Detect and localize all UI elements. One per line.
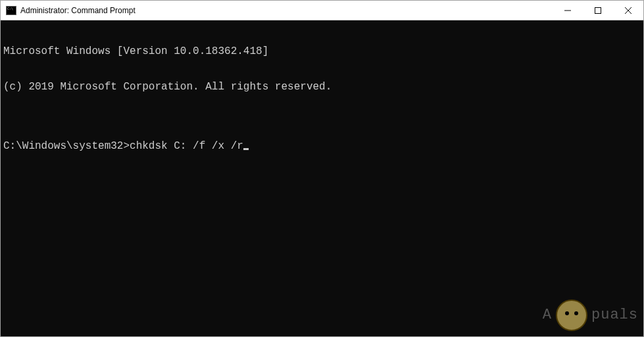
window-title: Administrator: Command Prompt [20, 6, 553, 15]
command-prompt-window: Administrator: Command Prompt Microsoft … [0, 0, 644, 337]
cmd-icon [6, 6, 16, 15]
minimize-button[interactable] [553, 1, 583, 20]
terminal-cursor [243, 148, 249, 150]
titlebar[interactable]: Administrator: Command Prompt [1, 1, 643, 20]
terminal-output-line: Microsoft Windows [Version 10.0.18362.41… [3, 45, 641, 57]
close-button[interactable] [613, 1, 643, 20]
minimize-icon [564, 7, 571, 14]
watermark-text-left: A [543, 309, 552, 321]
watermark-face-icon [556, 299, 587, 331]
watermark-text-right: puals [591, 309, 638, 321]
maximize-button[interactable] [583, 1, 613, 20]
terminal-output-line: (c) 2019 Microsoft Corporation. All righ… [3, 81, 641, 93]
watermark: A puals [543, 299, 638, 331]
app-icon [6, 5, 16, 16]
maximize-icon [595, 7, 601, 14]
terminal-area[interactable]: Microsoft Windows [Version 10.0.18362.41… [1, 20, 643, 336]
terminal-prompt: C:\Windows\system32> [3, 140, 130, 152]
terminal-prompt-line: C:\Windows\system32>chkdsk C: /f /x /r [3, 140, 641, 152]
terminal-command: chkdsk C: /f /x /r [130, 140, 243, 152]
window-controls [553, 1, 643, 20]
close-icon [625, 7, 632, 14]
svg-rect-1 [595, 7, 601, 13]
